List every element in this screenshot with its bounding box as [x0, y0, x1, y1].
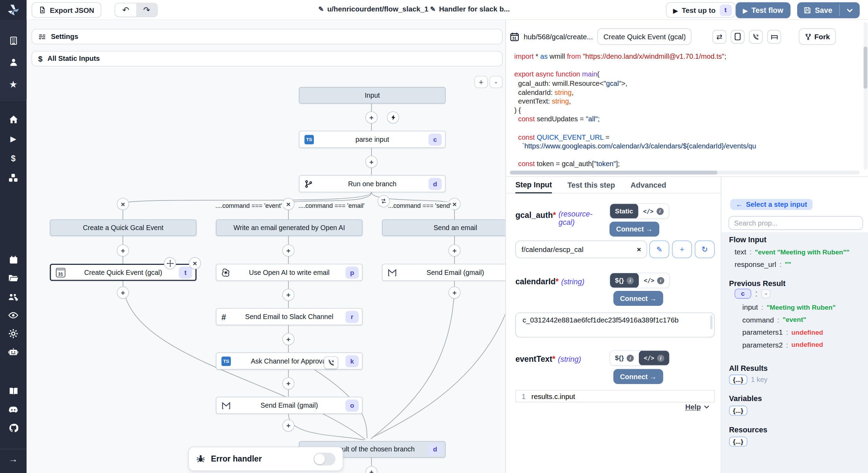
code-hscrollbar[interactable] [510, 171, 860, 174]
flow-path-breadcrumb[interactable]: ✎ u/henricourdent/flow_slack_1 [318, 5, 428, 13]
tab-advanced[interactable]: Advanced [631, 177, 666, 194]
remove-branch-button[interactable]: × [117, 198, 129, 210]
expand-object-button[interactable]: {...} [729, 406, 747, 416]
mock-button[interactable] [731, 30, 745, 43]
redo-button[interactable]: ↷ [136, 3, 157, 17]
edit-resource-button[interactable]: ✎ [649, 240, 669, 258]
user-icon[interactable] [0, 54, 27, 71]
add-step-button[interactable]: + [117, 286, 129, 299]
branch-condition[interactable]: ...command === 'send' [386, 202, 453, 209]
prop-row-command[interactable]: command:"event" [742, 316, 836, 324]
add-step-button[interactable]: + [117, 244, 129, 256]
calendar-icon[interactable] [0, 252, 27, 268]
branch-header-send[interactable]: Send an email [382, 219, 506, 236]
add-step-button[interactable]: + [282, 289, 294, 301]
suspend-step-button[interactable] [324, 356, 338, 369]
windmill-logo[interactable] [6, 3, 20, 17]
prop-row-input[interactable]: input:"Meeting with Ruben" [742, 303, 836, 311]
refresh-resource-button[interactable]: ↻ [695, 240, 715, 258]
slack-channel-node[interactable]: # Send Email to Slack Channel r [216, 308, 363, 325]
code-option[interactable]: </>i [639, 272, 669, 288]
value-scrollbar[interactable] [710, 315, 712, 329]
gear-icon[interactable] [0, 325, 27, 342]
home-icon[interactable] [0, 111, 27, 128]
settings-bar[interactable]: Settings [32, 29, 503, 44]
building-icon[interactable] [0, 32, 27, 49]
run-one-branch-node[interactable]: Run one branch d [299, 175, 446, 192]
robot-icon[interactable] [0, 344, 27, 360]
template-option[interactable]: ${}i [610, 350, 639, 366]
add-step-button[interactable]: + [365, 156, 377, 168]
send-gmail-node[interactable]: Send Email (gmail) o [216, 397, 363, 414]
add-step-button[interactable]: + [448, 286, 460, 299]
github-icon[interactable] [0, 419, 27, 436]
code-editor[interactable]: import * as wmill from "https://deno.lan… [514, 52, 860, 171]
play-icon[interactable]: ▶ [0, 130, 27, 147]
cubes-icon[interactable] [0, 170, 27, 186]
save-dropdown-button[interactable] [840, 2, 859, 18]
suspend-button[interactable] [749, 30, 763, 43]
zoom-in-button[interactable]: + [474, 76, 487, 88]
flow-title-breadcrumb[interactable]: ✎ Handler for slack b... [430, 5, 510, 13]
eye-icon[interactable] [0, 307, 27, 324]
send-email-node[interactable]: Send Email (gmail) [382, 264, 506, 281]
add-step-button[interactable]: + [365, 111, 377, 123]
star-icon[interactable]: ★ [0, 76, 27, 92]
trigger-button[interactable] [387, 111, 399, 123]
add-step-button[interactable]: + [448, 244, 460, 256]
prop-row-parameters1[interactable]: parameters1:undefined [742, 328, 836, 336]
calendar-id-connect-button[interactable]: Connect → [614, 291, 663, 306]
prop-row-parameters2[interactable]: parameters2:undefined [742, 341, 836, 349]
flow-canvas[interactable]: Settings $ All Static Inputs + - Input +… [27, 20, 506, 473]
flow-input-node[interactable]: Input [299, 87, 446, 104]
delete-step-button[interactable]: × [189, 257, 201, 269]
static-option[interactable]: Static [610, 203, 638, 219]
expand-object-button[interactable]: {...} [729, 437, 747, 447]
tab-step-input[interactable]: Step Input [515, 177, 552, 194]
event-text-expression-editor[interactable]: 1 results.c.input [515, 390, 715, 402]
arrow-right-icon[interactable]: → [0, 451, 27, 468]
swap-branches-button[interactable] [377, 195, 390, 207]
branch-header-gcal[interactable]: Create a Quick Gcal Event [50, 219, 197, 236]
openai-email-node[interactable]: Use Open AI to write email p [216, 264, 363, 281]
move-step-handle[interactable] [164, 257, 176, 269]
undo-button[interactable]: ↶ [115, 3, 136, 17]
prop-row-text[interactable]: text:"event "Meeting with Ruben"" [735, 248, 850, 256]
branch-header-openai[interactable]: Write an email generated by Open AI [216, 219, 363, 236]
zoom-out-button[interactable]: - [489, 76, 502, 88]
retry-settings-button[interactable]: ⇄ [712, 30, 726, 43]
discord-icon[interactable] [0, 401, 27, 418]
code-option[interactable]: </>i [639, 350, 669, 366]
clear-resource-icon[interactable]: × [637, 245, 641, 254]
sleep-button[interactable] [767, 30, 781, 43]
add-step-button[interactable]: + [282, 333, 294, 345]
static-inputs-bar[interactable]: $ All Static Inputs [32, 51, 503, 67]
add-resource-button[interactable]: + [672, 240, 692, 258]
add-step-button[interactable]: + [282, 419, 294, 432]
test-up-to-button[interactable]: ▶Test up tot [666, 2, 735, 18]
code-option[interactable]: </>i [638, 203, 669, 219]
help-link[interactable]: Help [685, 403, 710, 411]
branch-condition[interactable]: ....command === 'event' [214, 202, 283, 209]
tab-test-this-step[interactable]: Test this step [567, 177, 615, 194]
step-id-badge[interactable]: c [735, 289, 751, 299]
remove-branch-button[interactable]: × [282, 198, 294, 210]
add-step-button[interactable]: + [282, 377, 294, 390]
code-vscrollbar[interactable] [863, 22, 867, 170]
fork-button[interactable]: Fork [799, 28, 836, 45]
parse-input-node[interactable]: TS parse input c [299, 131, 446, 148]
event-text-connect-button[interactable]: Connect → [614, 369, 663, 384]
gcal-auth-connect-button[interactable]: Connect → [609, 222, 659, 237]
prop-row-response_url[interactable]: response_url:"" [735, 260, 850, 269]
book-icon[interactable] [0, 383, 27, 400]
calendar-id-value-input[interactable]: c_0312442e881ae6fcf1dec23f54916a389f1c17… [515, 312, 715, 337]
test-flow-button[interactable]: ▶Test flow [736, 2, 791, 18]
folder-icon[interactable] [0, 270, 27, 286]
search-prop-input[interactable]: Search prop... [728, 216, 863, 230]
select-step-input-button[interactable]: ←Select a step input [730, 199, 812, 210]
save-button[interactable]: Save [797, 2, 839, 18]
resource-picker-input[interactable]: f/calendar/escp_cal × [515, 240, 647, 258]
dollar-icon[interactable]: $ [0, 149, 27, 166]
error-handler-toggle[interactable] [313, 452, 335, 465]
expand-object-button[interactable]: {...} [729, 375, 747, 385]
